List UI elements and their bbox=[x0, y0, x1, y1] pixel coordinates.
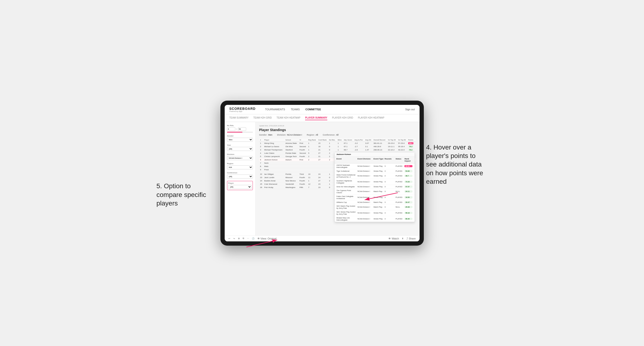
toolbar-watch[interactable]: 👁 Watch bbox=[388, 237, 399, 240]
sidebar-no-rds-to[interactable] bbox=[238, 127, 246, 131]
logo-sub: Powered by clippi bbox=[230, 111, 256, 112]
filter-conference-label: Conference: bbox=[323, 134, 335, 136]
sub-nav: TEAM SUMMARY TEAM H2H GRID TEAM H2H HEAT… bbox=[225, 114, 420, 122]
popup-event-name: Mirabel Maui Jim Intercollegiate bbox=[336, 217, 357, 221]
sidebar-region-select[interactable]: N/A bbox=[227, 165, 253, 169]
nav-items: TOURNAMENTS TEAMS COMMITTEE bbox=[265, 107, 321, 112]
popup-event-name: SEC Stroke Play hosted by Jerry Pate bbox=[336, 211, 357, 215]
sub-nav-team-h2h-grid[interactable]: TEAM H2H GRID bbox=[253, 116, 272, 120]
cell-school: New Mexico bbox=[284, 179, 298, 182]
cell-conf-rank: 21 bbox=[318, 148, 328, 151]
sub-nav-player-h2h-heatmap[interactable]: PLAYER H2H HEATMAP bbox=[358, 116, 384, 120]
sub-nav-player-summary[interactable]: PLAYER SUMMARY bbox=[305, 116, 327, 120]
cell-player: Prest bbox=[263, 168, 284, 171]
cell-rank: 3 bbox=[259, 148, 264, 151]
bottom-toolbar: ↩ ↪ ⚙ ⧉ ⋯ 🕐 👁 View: Original 👁 Watch ⬇ bbox=[225, 235, 420, 241]
popup-col-rounds: Rounds bbox=[384, 158, 395, 162]
sidebar-player-select[interactable]: (All) bbox=[228, 185, 252, 189]
toolbar-copy[interactable]: ⧉ bbox=[243, 237, 244, 240]
cell-reg-rank: 5 bbox=[307, 151, 318, 155]
toolbar-clock[interactable]: 🕐 bbox=[252, 237, 254, 240]
cell-reg-rank: 2 bbox=[307, 158, 318, 161]
sidebar-no-rds-label: No Rds. bbox=[227, 125, 253, 127]
sidebar-year-select[interactable]: (All) bbox=[227, 147, 253, 151]
annotation-bottom-left: 5. Option to compare specific players bbox=[156, 182, 213, 208]
cell-reg-rank: 7 bbox=[307, 186, 318, 189]
cell-school bbox=[284, 168, 298, 171]
toolbar-download[interactable]: ⬇ bbox=[402, 237, 404, 240]
sub-nav-player-h2h-grid[interactable]: PLAYER H2H GRID bbox=[332, 116, 353, 120]
cell-yr bbox=[298, 168, 307, 171]
cell-points[interactable]: 88.2 bbox=[407, 142, 416, 145]
toolbar-settings[interactable]: ⚙ bbox=[238, 237, 240, 240]
cell-rank: 24 bbox=[259, 179, 264, 182]
cell-reg-rank: 1 bbox=[307, 145, 318, 148]
cell-points[interactable]: 70.2 bbox=[407, 148, 416, 151]
popup-points: 16.50 bbox=[404, 196, 412, 198]
table-row[interactable]: 1 Wenyi Ding Arizona State First 1 15 1 … bbox=[259, 142, 416, 145]
popup-rows: UNCW Seahawk Intercollegiate NCAA Divisi… bbox=[335, 164, 414, 222]
sidebar-no-rds-from[interactable] bbox=[227, 127, 235, 131]
filter-gender-value: Men bbox=[268, 134, 272, 136]
cell-player: Bastien Amat bbox=[263, 179, 284, 182]
sidebar-conference-select[interactable]: (All) bbox=[227, 174, 253, 178]
popup-event-name: Wake Forest Invitational at Pinehurst No… bbox=[336, 174, 357, 178]
cell-player: Ian Gilligan bbox=[263, 173, 284, 176]
cell-rank: 23 bbox=[259, 176, 264, 179]
cell-player: Nichi bbox=[263, 161, 284, 165]
nav-item-committee[interactable]: COMMITTEE bbox=[305, 107, 321, 112]
popup-event-division: NCAA Division I bbox=[358, 206, 373, 208]
filter-region: Region: All bbox=[307, 134, 318, 136]
cell-yr: Fourth bbox=[298, 182, 307, 186]
toolbar-share[interactable]: ⤴ Share bbox=[406, 237, 416, 240]
cell-overall: 440-26-6 bbox=[372, 145, 387, 148]
sign-out-link[interactable]: Sign out bbox=[405, 108, 414, 111]
sidebar-slider[interactable] bbox=[227, 132, 253, 133]
cell-wins: 1 bbox=[337, 145, 343, 148]
cell-yr: Fourth bbox=[298, 155, 307, 158]
logo-area: SCOREBOARD Powered by clippi bbox=[230, 107, 256, 112]
points-badge[interactable]: 76.2 bbox=[408, 146, 414, 148]
toolbar-redo[interactable]: ↪ bbox=[233, 237, 235, 240]
cell-rank: 8 bbox=[259, 165, 264, 168]
toolbar-undo[interactable]: ↩ bbox=[228, 237, 230, 240]
table-row[interactable]: 3 Michael Thorbjornsen Stanford Fourth 1… bbox=[259, 148, 416, 151]
header-right: Sign out bbox=[405, 108, 414, 111]
sidebar-division-select[interactable]: NCAA Division I bbox=[227, 156, 253, 160]
cell-conf-rank: 15 bbox=[318, 142, 328, 145]
cell-wins: 1 bbox=[337, 142, 343, 145]
col-yr: Yr bbox=[298, 138, 307, 142]
popup-event-division: NCAA Division I bbox=[358, 186, 373, 188]
toolbar-view[interactable]: 👁 View: Original bbox=[257, 237, 277, 240]
popup-rounds: 3 bbox=[384, 212, 395, 214]
table-row[interactable]: 2 Michael La Sasso Ole Miss Second 1 18 … bbox=[259, 145, 416, 148]
sidebar-gender-select[interactable]: Men bbox=[227, 138, 253, 142]
sub-nav-team-h2h-heatmap[interactable]: TEAM H2H HEATMAP bbox=[276, 116, 300, 120]
sub-nav-team-summary[interactable]: TEAM SUMMARY bbox=[230, 116, 249, 120]
filter-conference: Conference: All bbox=[323, 134, 339, 136]
cell-rank: 4 bbox=[259, 151, 264, 155]
popup-points: 53.60 bbox=[404, 170, 412, 172]
content-area: Update time: 27/01/2024 16:56:26 Player … bbox=[256, 122, 420, 235]
nav-item-tournaments[interactable]: TOURNAMENTS bbox=[265, 107, 285, 112]
toolbar-more[interactable]: ⋯ bbox=[247, 237, 249, 240]
popup-event-division: NCAA Division I bbox=[358, 190, 373, 192]
popup-status: PLAYED bbox=[396, 175, 404, 177]
nav-item-teams[interactable]: TEAMS bbox=[291, 107, 300, 112]
cell-school: Stanford bbox=[284, 148, 298, 151]
watch-label: Watch bbox=[392, 237, 399, 240]
cell-vs-top25: 22-10-2 bbox=[387, 148, 397, 151]
sidebar-no-rds-range: - bbox=[227, 127, 253, 131]
popup-event-type: Stroke Play bbox=[374, 165, 384, 167]
popup-row: UNCW Seahawk Intercollegiate NCAA Divisi… bbox=[335, 164, 414, 169]
cell-player: Michael Thorbjornsen bbox=[263, 148, 284, 151]
cell-points[interactable]: 76.2 bbox=[407, 145, 416, 148]
filter-region-value: All bbox=[316, 134, 318, 136]
filter-division: Division: NCAA Division I bbox=[277, 134, 302, 136]
popup-event-division: NCAA Division I bbox=[358, 218, 373, 220]
popup-points: 56.18 bbox=[404, 212, 412, 214]
points-badge[interactable]: 88.2 bbox=[408, 142, 414, 144]
points-badge[interactable]: 70.2 bbox=[408, 149, 414, 151]
filter-conference-value: All bbox=[336, 134, 338, 136]
cell-rank: 5 bbox=[259, 155, 264, 158]
